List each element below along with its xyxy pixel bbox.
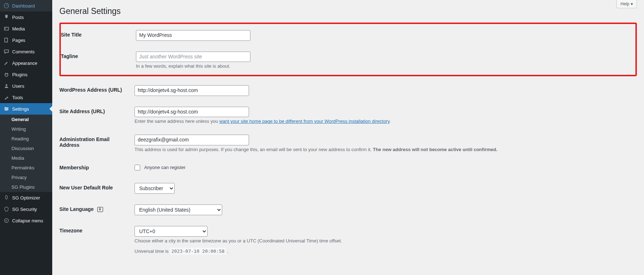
submenu-item-reading[interactable]: Reading: [0, 134, 52, 144]
dashboard-icon: [4, 3, 9, 9]
submenu-item-discussion[interactable]: Discussion: [0, 144, 52, 153]
main-content: Help ▾ General Settings Site Title Tagli…: [52, 0, 644, 275]
tagline-description: In a few words, explain what this site i…: [136, 63, 632, 69]
submenu-item-media[interactable]: Media: [0, 153, 52, 163]
svg-point-5: [5, 107, 6, 108]
shield-icon: [4, 206, 9, 212]
sidebar-item-label: SG Security: [12, 207, 37, 212]
sidebar-item-label: Plugins: [12, 72, 28, 77]
sidebar-item-media[interactable]: Media: [0, 23, 52, 34]
sidebar-item-label: Media: [12, 26, 25, 32]
sidebar-item-sg-security[interactable]: SG Security: [0, 203, 52, 215]
rocket-icon: [4, 195, 9, 201]
svg-point-8: [4, 218, 8, 222]
site-language-label: Site Language ⠿: [59, 199, 131, 221]
pin-icon: [4, 14, 9, 20]
submenu-item-writing[interactable]: Writing: [0, 124, 52, 134]
translate-icon: ⠿: [97, 207, 103, 212]
settings-submenu: General Writing Reading Discussion Media…: [0, 115, 52, 192]
svg-rect-3: [5, 38, 8, 42]
site-title-input[interactable]: [136, 30, 250, 41]
brush-icon: [4, 60, 9, 66]
sidebar-item-label: Collapse menu: [12, 218, 43, 223]
page-title: General Settings: [59, 6, 637, 16]
membership-checkbox[interactable]: [135, 165, 140, 170]
sidebar-item-settings[interactable]: Settings: [0, 103, 52, 115]
highlighted-section: Site Title Tagline In a few words, expla…: [59, 23, 637, 76]
universal-time-text: Universal time is 2023-07-10 20:00:58 .: [135, 249, 633, 254]
site-language-select[interactable]: English (United States): [135, 204, 222, 215]
admin-email-description: This address is used for admin purposes.…: [135, 147, 633, 152]
admin-email-input[interactable]: [135, 135, 249, 145]
page-icon: [4, 37, 9, 43]
sidebar-item-comments[interactable]: Comments: [0, 46, 52, 57]
svg-point-4: [6, 84, 8, 86]
collapse-icon: [4, 218, 9, 223]
wrench-icon: [4, 95, 9, 100]
svg-point-7: [6, 110, 7, 111]
site-address-description: Enter the same address here unless you w…: [135, 119, 633, 124]
sidebar-item-label: Settings: [12, 106, 29, 112]
sidebar-item-label: Dashboard: [12, 3, 35, 9]
universal-time-value: 2023-07-10 20:00:58: [170, 248, 226, 255]
chevron-down-icon: ▾: [631, 1, 633, 6]
sidebar-item-pages[interactable]: Pages: [0, 34, 52, 46]
default-role-label: New User Default Role: [59, 178, 131, 199]
sidebar-item-label: Comments: [12, 49, 35, 54]
timezone-label: Timezone: [59, 221, 131, 259]
sidebar-item-tools[interactable]: Tools: [0, 92, 52, 103]
sidebar-item-label: Users: [12, 83, 24, 89]
sidebar-item-label: Tools: [12, 95, 23, 100]
default-role-select[interactable]: Subscriber: [135, 183, 175, 194]
membership-checkbox-label[interactable]: Anyone can register: [135, 165, 186, 170]
tagline-input[interactable]: [136, 52, 250, 62]
help-tab[interactable]: Help ▾: [616, 0, 637, 8]
comment-icon: [4, 49, 9, 54]
submenu-item-general[interactable]: General: [0, 115, 52, 124]
sidebar-item-label: Appearance: [12, 61, 37, 66]
site-title-label: Site Title: [61, 25, 132, 46]
sidebar-item-posts[interactable]: Posts: [0, 11, 52, 23]
sidebar-item-label: SG Optimizer: [12, 195, 40, 201]
sidebar-item-appearance[interactable]: Appearance: [0, 57, 52, 69]
wp-address-input[interactable]: [135, 85, 249, 96]
svg-point-2: [5, 28, 6, 29]
plug-icon: [4, 72, 9, 77]
sliders-icon: [4, 106, 9, 112]
admin-email-label: Administration Email Address: [59, 129, 131, 158]
tagline-label: Tagline: [61, 46, 132, 74]
timezone-select[interactable]: UTC+0: [135, 226, 208, 237]
submenu-item-permalinks[interactable]: Permalinks: [0, 163, 52, 173]
svg-point-6: [7, 108, 8, 109]
wp-address-label: WordPress Address (URL): [59, 80, 131, 101]
site-address-help-link[interactable]: want your site home page to be different…: [219, 119, 389, 124]
site-address-label: Site Address (URL): [59, 101, 131, 130]
sidebar-item-dashboard[interactable]: Dashboard: [0, 0, 52, 11]
user-icon: [4, 83, 9, 89]
svg-rect-1: [4, 27, 8, 30]
submenu-item-sg-plugins[interactable]: SG Plugins: [0, 182, 52, 192]
sidebar-item-users[interactable]: Users: [0, 80, 52, 92]
sidebar-item-sg-optimizer[interactable]: SG Optimizer: [0, 192, 52, 203]
sidebar-item-label: Posts: [12, 15, 24, 20]
sidebar-item-plugins[interactable]: Plugins: [0, 69, 52, 80]
site-address-input[interactable]: [135, 107, 249, 117]
admin-sidebar: Dashboard Posts Media Pages Comments App…: [0, 0, 52, 275]
sidebar-item-label: Pages: [12, 38, 25, 43]
membership-label: Membership: [59, 158, 131, 178]
timezone-description: Choose either a city in the same timezon…: [135, 238, 633, 243]
submenu-item-privacy[interactable]: Privacy: [0, 173, 52, 182]
media-icon: [4, 26, 9, 32]
help-label: Help: [620, 1, 629, 6]
sidebar-item-collapse[interactable]: Collapse menu: [0, 215, 52, 226]
